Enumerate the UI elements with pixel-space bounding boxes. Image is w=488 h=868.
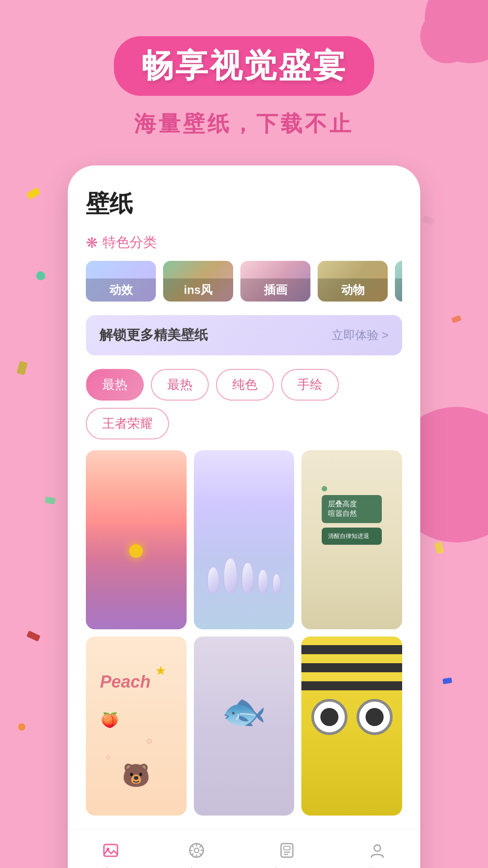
nav-icon-widget — [275, 839, 299, 862]
svg-point-3 — [194, 848, 199, 853]
svg-point-16 — [374, 845, 380, 851]
note-card-2: 清醒自律知进退 — [322, 528, 382, 545]
svg-rect-13 — [284, 846, 290, 850]
section-label: ❋ 特色分类 — [86, 233, 402, 252]
crystal-4 — [258, 569, 268, 594]
category-item-illustration[interactable]: 插画 — [240, 261, 310, 302]
wp-sea-overlay — [86, 522, 187, 629]
unlock-text: 解锁更多精美壁纸 — [99, 326, 208, 344]
minion-eye-left — [311, 699, 347, 735]
nav-label-widget: 小组件 — [271, 866, 303, 868]
category-item-ins[interactable]: ins风 — [163, 261, 233, 302]
note-card-text-3: 清醒自律知进退 — [328, 532, 376, 540]
phone-mockup: 壁纸 ❋ 特色分类 动效 ins风 插画 动物 — [68, 165, 420, 868]
nav-icon-wallpaper — [99, 839, 122, 862]
category-label-color: 色 — [395, 278, 402, 302]
nav-item-wallpaper[interactable]: 壁纸 — [99, 839, 122, 868]
unlock-banner[interactable]: 解锁更多精美壁纸 立即体验 > — [86, 315, 402, 355]
category-item-color[interactable]: 色 — [395, 261, 402, 302]
svg-line-8 — [192, 845, 193, 847]
wallpaper-sunset[interactable] — [86, 450, 187, 629]
filter-tab-handpaint[interactable]: 手绘 — [281, 369, 339, 401]
category-item-animal[interactable]: 动物 — [318, 261, 388, 302]
filter-tab-pure[interactable]: 纯色 — [216, 369, 274, 401]
svg-rect-0 — [104, 844, 117, 856]
confetti-10 — [18, 723, 25, 731]
filter-tabs: 最热 最热 纯色 手绘 王者荣耀 — [86, 369, 402, 439]
crystal-1 — [207, 566, 220, 594]
minion-eyes — [301, 699, 402, 735]
wallpaper-crystals[interactable] — [194, 450, 295, 629]
peach-star: ★ — [155, 663, 166, 678]
svg-line-10 — [200, 845, 202, 847]
confetti-7 — [434, 542, 444, 554]
crystal-shapes — [194, 557, 295, 594]
wallpaper-notes[interactable]: 层叠高度 喧嚣自然 清醒自律知进退 — [301, 450, 402, 629]
confetti-3 — [422, 215, 434, 225]
svg-line-9 — [200, 853, 202, 855]
header-subtitle: 海量壁纸，下载不止 — [0, 109, 488, 138]
header-title-bubble: 畅享视觉盛宴 — [114, 36, 374, 96]
note-card-text-2: 喧嚣自然 — [328, 509, 376, 519]
filter-tab-hot2[interactable]: 最热 — [151, 369, 209, 401]
wp-minion-content — [301, 637, 402, 816]
note-card-1: 层叠高度 喧嚣自然 — [322, 495, 382, 523]
wallpaper-pink-fish[interactable]: 🐟 — [194, 637, 295, 816]
nav-label-mine: 我的 — [366, 866, 388, 868]
nav-item-mine[interactable]: 我的 — [366, 839, 389, 868]
nav-label-avatar: 头像 — [186, 866, 207, 868]
category-item-motion[interactable]: 动效 — [86, 261, 156, 302]
confetti-1 — [26, 187, 41, 200]
section-text: 特色分类 — [103, 233, 157, 252]
category-label-illustration: 插画 — [240, 278, 310, 302]
confetti-9 — [442, 677, 452, 684]
peach-text: Peach — [100, 672, 150, 692]
confetti-5 — [451, 315, 462, 323]
wallpaper-grid: 层叠高度 喧嚣自然 清醒自律知进退 Peach ★ 🐻 🍑 — [86, 450, 402, 820]
note-card-text-1: 层叠高度 — [328, 500, 376, 509]
minion-pupil-right — [366, 708, 384, 726]
confetti-8 — [26, 631, 40, 642]
note-dot — [322, 486, 327, 491]
category-label-motion: 动效 — [86, 278, 156, 302]
crystal-3 — [241, 562, 254, 594]
category-label-ins: ins风 — [163, 278, 233, 302]
pink-fish-emoji: 🐟 — [221, 690, 267, 733]
section-icon: ❋ — [86, 234, 98, 251]
wallpaper-minion[interactable] — [301, 637, 402, 816]
minion-eye-right — [357, 699, 393, 735]
crystal-2 — [223, 557, 238, 594]
peach-circle-2: ○ — [106, 753, 111, 762]
peach-fruit: 🍑 — [101, 712, 119, 729]
wp-peach-content: Peach ★ 🐻 🍑 ○ ○ — [86, 637, 187, 816]
nav-item-avatar[interactable]: 头像 — [185, 839, 208, 868]
category-label-animal: 动物 — [318, 278, 388, 302]
svg-line-11 — [192, 853, 193, 855]
crystal-5 — [272, 573, 281, 594]
minion-pupil-left — [320, 708, 338, 726]
wallpaper-peach[interactable]: Peach ★ 🐻 🍑 ○ ○ — [86, 637, 187, 816]
minion-stripes — [301, 637, 402, 690]
wp-notes-content: 层叠高度 喧嚣自然 清醒自律知进退 — [301, 450, 402, 629]
page-title: 壁纸 — [86, 188, 402, 220]
peach-circle-1: ○ — [146, 735, 152, 747]
confetti-4 — [17, 361, 28, 375]
filter-tab-honor[interactable]: 王者荣耀 — [86, 408, 169, 439]
peach-bear: 🐻 — [122, 762, 150, 788]
nav-item-widget[interactable]: 小组件 — [271, 839, 303, 868]
nav-label-wallpaper: 壁纸 — [100, 866, 122, 868]
category-scroll: 动效 ins风 插画 动物 色 — [86, 261, 402, 302]
header-title: 畅享视觉盛宴 — [141, 44, 347, 88]
notes-overlay: 层叠高度 喧嚣自然 清醒自律知进退 — [322, 486, 382, 549]
header-section: 畅享视觉盛宴 海量壁纸，下载不止 — [0, 0, 488, 138]
wp-crystals-content — [194, 450, 295, 629]
app-content: 壁纸 ❋ 特色分类 动效 ins风 插画 动物 — [68, 165, 420, 820]
wp-sunset-content — [86, 450, 187, 629]
bottom-nav: 壁纸 头像 — [68, 829, 420, 868]
confetti-2 — [36, 271, 45, 280]
nav-icon-mine — [366, 839, 389, 862]
confetti-6 — [45, 496, 56, 505]
filter-tab-hot1[interactable]: 最热 — [86, 369, 144, 401]
unlock-cta[interactable]: 立即体验 > — [332, 327, 389, 343]
nav-icon-avatar — [185, 839, 208, 862]
